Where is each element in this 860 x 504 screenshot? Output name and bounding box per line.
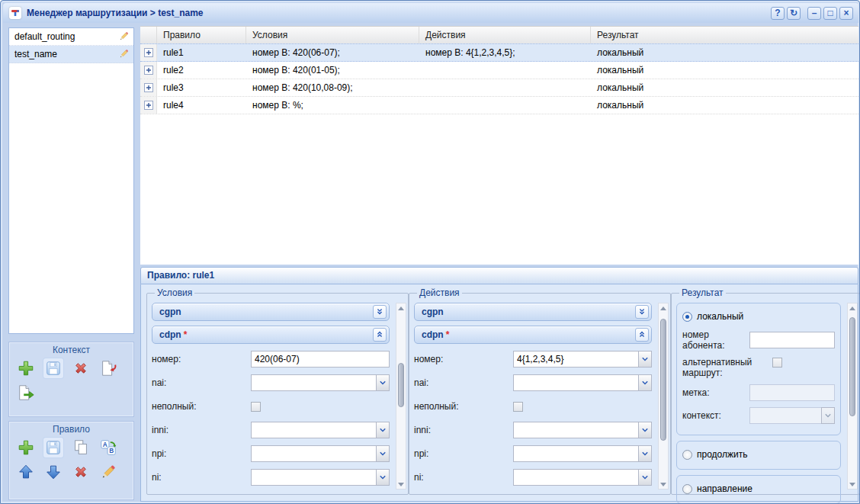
chevron-double-up-icon[interactable] [635,328,649,342]
result-radio-continue[interactable]: продолжить [682,448,835,461]
rule-rename-button[interactable]: A B [98,438,118,457]
metka-input [749,384,835,401]
rule-move-down-button[interactable] [43,462,63,482]
subscriber-number-input[interactable] [749,332,835,348]
header-expander-column [140,27,157,43]
scroll-thumb[interactable] [398,363,404,407]
rule-detail-panel: Правило: rule1 Условия cgpn cdpn* номер: [140,267,858,502]
rule-copy-button[interactable] [71,438,91,457]
result-scrollbar[interactable] [847,303,858,490]
actions-incomplete-checkbox[interactable] [513,402,523,412]
scroll-thumb[interactable] [849,317,855,416]
chevron-down-icon[interactable] [638,469,652,486]
row-expander[interactable] [140,79,157,96]
header-result[interactable]: Результат [591,27,858,43]
context-import-button[interactable] [98,358,118,378]
minimize-button[interactable]: – [807,7,821,20]
actions-inni-combo[interactable] [513,422,652,438]
chevron-double-down-icon[interactable] [635,305,649,319]
actions-cdpn-bar[interactable]: cdpn* [414,326,652,344]
chevron-double-up-icon[interactable] [373,328,387,342]
scroll-down-arrow[interactable] [659,480,668,489]
chevron-down-icon[interactable] [638,422,652,438]
table-row-rule3[interactable]: rule3 номер B: 420(10,08-09); локальный [140,79,858,97]
context-add-button[interactable] [16,358,36,378]
context-item-test-name[interactable]: test_name [9,46,133,63]
pencil-icon[interactable] [118,30,130,42]
row-expander[interactable] [140,62,157,79]
close-button[interactable]: × [839,7,853,20]
header-conditions[interactable]: Условия [246,27,419,43]
header-actions[interactable]: Действия [419,27,591,43]
actions-number-combo[interactable] [513,351,652,368]
maximize-button[interactable]: □ [823,7,837,20]
scroll-up-arrow[interactable] [659,303,668,313]
context-export-button[interactable] [16,383,36,403]
pencil-icon[interactable] [118,48,130,59]
rule-save-button[interactable] [43,438,63,457]
conditions-number-input[interactable] [251,351,390,368]
cell-actions: номер B: 4{1,2,3,4,5}; [419,44,591,61]
title-bar: Менеджер маршрутизации > test_name ? ↻ –… [3,3,858,23]
actions-nai-combo[interactable] [513,374,652,391]
header-rule[interactable]: Правило [157,27,246,43]
result-radio-local[interactable]: локальный [682,310,835,323]
scroll-down-arrow[interactable] [848,480,857,489]
actions-npi-combo[interactable] [513,445,652,462]
chevron-down-icon[interactable] [376,374,390,391]
help-button[interactable]: ? [771,7,785,20]
refresh-button[interactable]: ↻ [787,7,801,20]
table-row-rule2[interactable]: rule2 номер B: 420(01-05); локальный [140,62,858,79]
rule-toolbar-title: Правило [9,422,133,435]
chevron-double-down-icon[interactable] [373,305,387,319]
context-delete-button[interactable] [71,358,91,378]
chevron-down-icon[interactable] [638,445,652,462]
radio-off-icon[interactable] [682,484,692,494]
table-row-rule1[interactable]: rule1 номер B: 420(06-07); номер B: 4{1,… [140,43,858,62]
actions-cgpn-bar[interactable]: cgpn [414,303,652,321]
result-radio-direction[interactable]: направление [682,482,835,496]
chevron-down-icon[interactable] [376,422,390,438]
row-expander[interactable] [140,44,157,61]
conditions-cdpn-bar[interactable]: cdpn* [152,326,390,344]
result-legend: Результат [679,287,726,298]
rule-delete-button[interactable] [71,462,91,482]
chevron-down-icon[interactable] [376,469,390,486]
context-item-default-routing[interactable]: default_routing [9,28,133,46]
scroll-down-arrow[interactable] [396,480,406,489]
radio-off-icon[interactable] [682,450,692,460]
chevron-down-icon[interactable] [638,351,652,368]
conditions-inni-combo[interactable] [251,422,390,438]
table-row-rule4[interactable]: rule4 номер B: %; локальный [140,97,858,114]
scroll-up-arrow[interactable] [848,303,857,313]
conditions-npi-combo[interactable] [251,445,390,462]
rule-edit-button[interactable] [98,462,118,482]
chevron-down-icon[interactable] [376,445,390,462]
context-toolbar-buttons [9,355,133,403]
radio-on-icon[interactable] [682,312,692,322]
cell-conditions: номер B: 420(01-05); [246,62,419,79]
conditions-ni-combo[interactable] [251,469,390,486]
conditions-cgpn-bar[interactable]: cgpn [152,303,390,321]
actions-legend: Действия [417,287,462,298]
row-expander[interactable] [140,97,157,114]
rule-move-up-button[interactable] [16,462,36,482]
scroll-thumb[interactable] [660,319,666,441]
red-x-icon [72,359,90,377]
scroll-up-arrow[interactable] [396,303,406,313]
context-combo [749,407,835,424]
context-save-button[interactable] [43,358,63,378]
alt-route-checkbox[interactable] [772,358,782,368]
rename-ab-icon: A B [99,438,117,457]
result-option-direction[interactable]: направление [676,475,841,504]
conditions-legend: Условия [155,287,194,298]
conditions-incomplete-checkbox[interactable] [251,402,261,412]
conditions-scrollbar[interactable] [396,303,406,490]
rule-add-button[interactable] [16,438,36,457]
result-option-continue[interactable]: продолжить [676,441,841,470]
actions-scrollbar[interactable] [658,303,669,490]
conditions-nai-combo[interactable] [251,374,390,391]
minimize-icon: – [812,8,817,18]
actions-ni-combo[interactable] [513,469,652,486]
chevron-down-icon[interactable] [638,374,652,391]
